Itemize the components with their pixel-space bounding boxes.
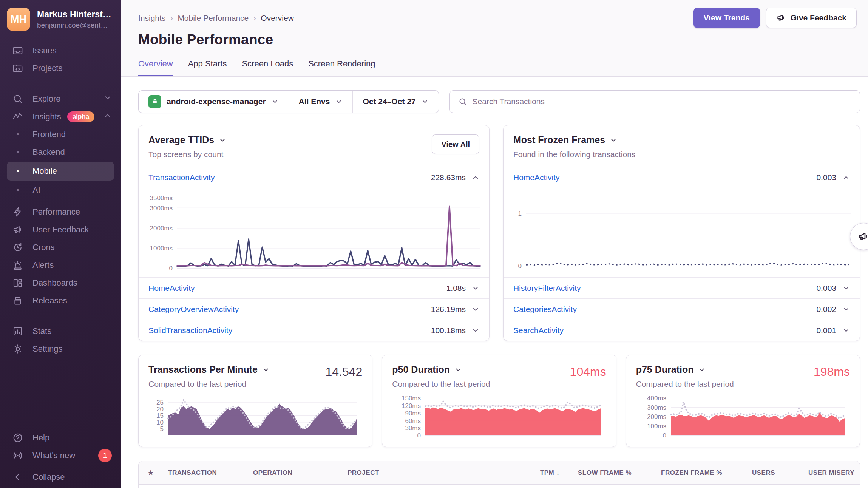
sidebar-item-crons[interactable]: Crons: [0, 238, 121, 256]
sidebar-item-label: Mobile: [32, 166, 57, 176]
sidebar-item-whats-new[interactable]: What's new 1: [0, 446, 121, 464]
column-header-slow-frame[interactable]: SLOW FRAME %: [565, 469, 637, 477]
view-all-button[interactable]: View All: [432, 134, 479, 154]
breadcrumb-insights[interactable]: Insights: [138, 14, 165, 23]
transaction-value: 0.002: [816, 305, 836, 314]
environment-filter-value: All Envs: [299, 97, 330, 106]
column-header-operation[interactable]: OPERATION: [248, 469, 342, 477]
column-header-project[interactable]: PROJECT: [342, 469, 505, 477]
star-icon: ★: [139, 469, 163, 477]
svg-text:60ms: 60ms: [405, 417, 421, 425]
tab-app-starts[interactable]: App Starts: [188, 59, 227, 76]
sidebar-item-projects[interactable]: Projects: [0, 59, 121, 77]
svg-text:1: 1: [518, 210, 522, 217]
card-subtitle: Found in the following transactions: [513, 150, 635, 159]
transaction-row[interactable]: CategoriesActivity 0.002: [504, 298, 860, 320]
transaction-row[interactable]: HomeActivity 1.08s: [139, 277, 489, 298]
sidebar-footer: Help What's new 1 Collapse: [0, 429, 121, 488]
most-frozen-frames-title-row[interactable]: Most Frozen Frames: [513, 134, 635, 145]
sidebar-item-issues[interactable]: Issues: [0, 42, 121, 59]
sidebar-item-releases[interactable]: Releases: [0, 292, 121, 309]
transaction-link[interactable]: SolidTransactionActivity: [148, 326, 232, 335]
sidebar-nav: Issues Projects Explore Insights alpha •: [0, 42, 121, 358]
transaction-link[interactable]: TransactionActivity: [148, 173, 215, 182]
chevron-down-icon: [472, 306, 479, 313]
svg-text:0: 0: [169, 265, 173, 271]
column-header-frozen-frame[interactable]: FROZEN FRAME %: [637, 469, 727, 477]
sidebar-item-label: Projects: [32, 63, 62, 73]
svg-text:3000ms: 3000ms: [150, 205, 173, 212]
chevron-down-icon: [842, 327, 850, 334]
sidebar-item-collapse[interactable]: Collapse: [0, 468, 121, 486]
date-range-filter-value: Oct 24–Oct 27: [363, 97, 415, 106]
date-range-filter[interactable]: Oct 24–Oct 27: [352, 91, 438, 113]
average-ttids-card: Average TTIDs Top screens by count View …: [138, 125, 490, 341]
tab-screen-rendering[interactable]: Screen Rendering: [308, 59, 375, 76]
sidebar-item-label: Dashboards: [32, 278, 77, 288]
breadcrumb-mobile-performance[interactable]: Mobile Performance: [178, 14, 249, 23]
metric-value: 198ms: [814, 365, 850, 379]
transaction-link[interactable]: CategoriesActivity: [513, 305, 577, 314]
sidebar-item-frontend[interactable]: • Frontend: [0, 125, 121, 143]
transactions-table: ★ TRANSACTION OPERATION PROJECT TPM ↓ SL…: [138, 461, 860, 488]
transaction-row[interactable]: CategoryOverviewActivity 126.19ms: [139, 298, 489, 320]
search-transactions-input[interactable]: [473, 97, 851, 106]
card-title: Most Frozen Frames: [513, 134, 605, 145]
tab-overview[interactable]: Overview: [138, 59, 173, 76]
view-trends-button[interactable]: View Trends: [693, 8, 760, 28]
transactions-per-minute-card: Transactions Per Minute Compared to the …: [138, 355, 372, 447]
column-header-transaction[interactable]: TRANSACTION: [163, 469, 248, 477]
inbox-icon: [12, 45, 23, 56]
lightning-icon: [12, 206, 23, 218]
sidebar-item-stats[interactable]: Stats: [0, 322, 121, 340]
whats-new-badge: 1: [98, 449, 112, 462]
page-content: android-expense-manager All Envs Oct 24–…: [121, 77, 868, 488]
sidebar-item-alerts[interactable]: Alerts: [0, 256, 121, 274]
sidebar-item-help[interactable]: Help: [0, 429, 121, 446]
transaction-row[interactable]: HistoryFilterActivity 0.003: [504, 277, 860, 298]
metric-subtitle: Compared to the last period: [148, 380, 270, 389]
average-ttids-title-row[interactable]: Average TTIDs: [148, 134, 226, 145]
sidebar-item-performance[interactable]: Performance: [0, 203, 121, 221]
transaction-link[interactable]: HomeActivity: [513, 173, 560, 182]
column-header-tpm[interactable]: TPM ↓: [505, 469, 565, 477]
table-row: ☆ TransactionActivity ui.load android-ex…: [139, 485, 860, 488]
sidebar-item-ai[interactable]: • AI: [0, 181, 121, 199]
transaction-value: 126.19ms: [431, 305, 466, 314]
sidebar-item-user-feedback[interactable]: User Feedback: [0, 221, 121, 238]
transaction-row[interactable]: SolidTransactionActivity 100.18ms: [139, 320, 489, 341]
column-header-user-misery[interactable]: USER MISERY: [780, 469, 860, 477]
android-project-icon: [148, 95, 161, 108]
search-icon: [12, 93, 23, 105]
give-feedback-button[interactable]: Give Feedback: [766, 8, 857, 28]
transaction-row-expanded[interactable]: HomeActivity 0.003: [504, 167, 860, 188]
transaction-row[interactable]: SearchActivity 0.001: [504, 320, 860, 341]
metric-title-row[interactable]: Transactions Per Minute: [148, 364, 270, 375]
sidebar-item-backend[interactable]: • Backend: [0, 143, 121, 161]
p75-chart: 400ms300ms200ms100ms0: [638, 395, 846, 437]
metric-title-row[interactable]: p50 Duration: [392, 364, 490, 375]
tpm-chart: 252015105: [151, 395, 358, 437]
environment-filter[interactable]: All Envs: [289, 91, 353, 113]
column-header-users[interactable]: USERS: [727, 469, 780, 477]
tab-screen-loads[interactable]: Screen Loads: [242, 59, 293, 76]
user-email: benjamin.coe@sent…: [37, 21, 111, 29]
metric-title-row[interactable]: p75 Duration: [636, 364, 734, 375]
most-frozen-frames-card: Most Frozen Frames Found in the followin…: [503, 125, 860, 341]
sidebar-item-dashboards[interactable]: Dashboards: [0, 274, 121, 292]
sidebar-item-label: Issues: [32, 46, 57, 56]
sidebar-item-explore[interactable]: Explore: [0, 90, 121, 108]
transaction-link[interactable]: CategoryOverviewActivity: [148, 305, 239, 314]
sidebar-item-settings[interactable]: Settings: [0, 340, 121, 358]
transaction-link[interactable]: HistoryFilterActivity: [513, 284, 581, 293]
svg-text:300ms: 300ms: [647, 404, 666, 411]
project-filter[interactable]: android-expense-manager: [139, 91, 289, 113]
page-header: Insights › Mobile Performance › Overview…: [121, 0, 868, 77]
transaction-row-expanded[interactable]: TransactionActivity 228.63ms: [139, 167, 489, 188]
sidebar-item-label: Alerts: [32, 260, 54, 270]
transaction-link[interactable]: HomeActivity: [148, 284, 195, 293]
transaction-link[interactable]: SearchActivity: [513, 326, 564, 335]
sidebar-item-insights[interactable]: Insights alpha: [0, 108, 121, 125]
user-menu[interactable]: MH Markus Hinterst… benjamin.coe@sent…: [0, 0, 121, 39]
sidebar-item-mobile[interactable]: • Mobile: [7, 162, 114, 181]
